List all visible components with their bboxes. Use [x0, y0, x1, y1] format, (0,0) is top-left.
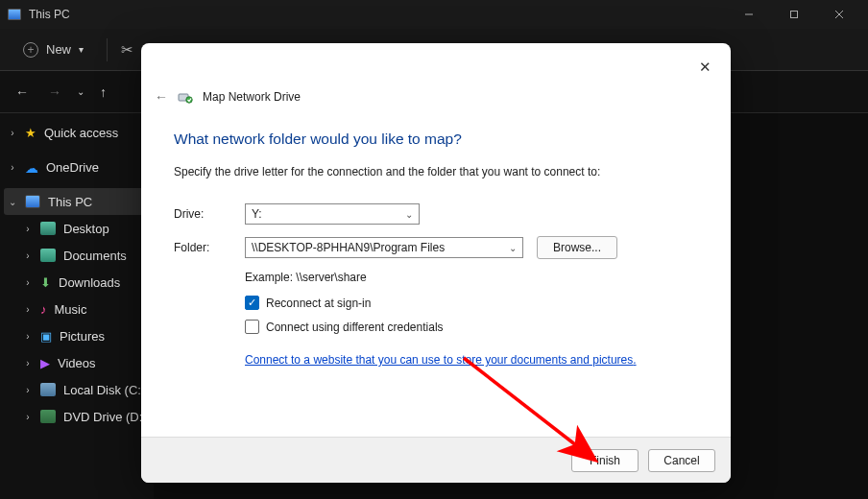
sidebar-item-this-pc[interactable]: ⌄ This PC — [4, 188, 150, 215]
music-icon: ♪ — [40, 302, 47, 316]
chevron-down-icon: ▾ — [79, 44, 84, 55]
chevron-right-icon[interactable]: › — [23, 304, 33, 315]
sidebar-item-pictures[interactable]: › ▣ Pictures — [0, 322, 154, 349]
finish-label: Finish — [590, 454, 620, 467]
chevron-right-icon[interactable]: › — [23, 277, 33, 288]
sidebar-item-music[interactable]: › ♪ Music — [0, 296, 154, 322]
window-title: This PC — [29, 8, 70, 21]
chevron-down-icon: ⌄ — [509, 243, 517, 253]
alt-credentials-checkbox-row[interactable]: Connect using different credentials — [245, 320, 698, 334]
sidebar-item-desktop[interactable]: › Desktop — [0, 215, 154, 242]
new-label: New — [46, 42, 71, 57]
drive-value: Y: — [252, 207, 262, 221]
chevron-right-icon[interactable]: › — [23, 412, 33, 422]
star-icon: ★ — [25, 126, 36, 139]
dialog-footer: Finish Cancel — [141, 437, 731, 483]
nav-recent-button[interactable]: ⌄ — [77, 86, 84, 97]
sidebar-item-local-disk[interactable]: › Local Disk (C:) — [0, 376, 154, 403]
dvd-icon — [40, 410, 56, 423]
folder-value: \\DESKTOP-8PHHAN9\Program Files — [252, 241, 445, 254]
cut-icon[interactable]: ✂ — [121, 41, 133, 59]
cancel-label: Cancel — [663, 454, 699, 467]
sidebar-item-downloads[interactable]: › ⬇ Downloads — [0, 269, 154, 296]
nav-back-button[interactable]: ← — [12, 81, 33, 104]
chevron-down-icon: ⌄ — [405, 209, 413, 220]
chevron-right-icon[interactable]: › — [23, 358, 33, 368]
disk-icon — [40, 383, 56, 396]
chevron-right-icon[interactable]: › — [23, 224, 33, 234]
this-pc-icon — [8, 9, 21, 20]
sidebar-item-label: DVD Drive (D:) — [63, 410, 147, 424]
finish-button[interactable]: Finish — [571, 449, 639, 472]
map-network-drive-dialog: ✕ ← Map Network Drive What network folde… — [141, 43, 731, 483]
wizard-back-button[interactable]: ← — [155, 89, 168, 105]
chevron-right-icon[interactable]: › — [8, 128, 17, 138]
downloads-icon: ⬇ — [40, 275, 51, 289]
sidebar-item-label: Desktop — [63, 222, 109, 236]
folder-label: Folder: — [174, 241, 245, 254]
sidebar-item-label: Downloads — [59, 275, 120, 290]
new-button[interactable]: + New ▾ — [13, 38, 93, 61]
videos-icon: ▶ — [40, 356, 50, 369]
drive-combobox[interactable]: Y: ⌄ — [245, 203, 420, 225]
cloud-icon: ☁ — [25, 160, 38, 174]
this-pc-icon — [25, 195, 40, 208]
sidebar-item-label: Documents — [63, 249, 127, 263]
sidebar-item-label: This PC — [48, 195, 92, 209]
chevron-right-icon[interactable]: › — [23, 331, 33, 342]
sidebar-item-dvd-drive[interactable]: › DVD Drive (D:) — [0, 403, 154, 430]
dialog-header: ✕ — [141, 43, 731, 85]
sidebar-item-label: Videos — [58, 356, 96, 370]
reconnect-checkbox-row[interactable]: Reconnect at sign-in — [245, 296, 698, 310]
pictures-icon: ▣ — [40, 329, 52, 343]
dialog-heading: What network folder would you like to ma… — [174, 131, 698, 148]
sidebar-item-label: Music — [55, 302, 87, 317]
drive-row: Drive: Y: ⌄ — [174, 203, 698, 225]
plus-icon: + — [23, 42, 38, 58]
sidebar-item-onedrive[interactable]: › ☁ OneDrive — [0, 154, 154, 180]
folder-combobox[interactable]: \\DESKTOP-8PHHAN9\Program Files ⌄ — [245, 237, 523, 258]
chevron-right-icon[interactable]: › — [23, 250, 33, 261]
dialog-body: What network folder would you like to ma… — [141, 113, 731, 437]
folder-row: Folder: \\DESKTOP-8PHHAN9\Program Files … — [174, 236, 698, 259]
chevron-down-icon[interactable]: ⌄ — [8, 197, 17, 207]
sidebar-item-label: Quick access — [44, 126, 118, 140]
browse-label: Browse... — [553, 241, 601, 254]
minimize-button[interactable] — [727, 0, 770, 29]
store-documents-link[interactable]: Connect to a website that you can use to… — [245, 353, 637, 367]
dialog-instruction: Specify the drive letter for the connect… — [174, 165, 698, 178]
svg-rect-1 — [790, 12, 797, 18]
drive-label: Drive: — [174, 207, 245, 221]
dialog-close-button[interactable]: ✕ — [693, 53, 717, 82]
sidebar-item-label: Local Disk (C:) — [63, 383, 145, 397]
alt-credentials-checkbox[interactable] — [245, 320, 259, 334]
sidebar-item-quick-access[interactable]: › ★ Quick access — [0, 119, 154, 146]
window-controls — [727, 0, 860, 29]
network-drive-icon — [178, 89, 193, 105]
sidebar-item-documents[interactable]: › Documents — [0, 242, 154, 269]
maximize-button[interactable] — [772, 0, 815, 29]
sidebar-item-label: OneDrive — [46, 160, 99, 175]
chevron-right-icon[interactable]: › — [8, 162, 17, 173]
sidebar-item-label: Pictures — [60, 329, 105, 344]
chevron-right-icon[interactable]: › — [23, 385, 33, 395]
desktop-icon — [40, 222, 56, 235]
sidebar-item-videos[interactable]: › ▶ Videos — [0, 349, 154, 376]
reconnect-label: Reconnect at sign-in — [266, 297, 371, 310]
documents-icon — [40, 249, 56, 262]
nav-up-button[interactable]: ↑ — [96, 81, 110, 104]
navigation-pane: › ★ Quick access › ☁ OneDrive ⌄ This PC … — [0, 113, 154, 499]
browse-button[interactable]: Browse... — [537, 236, 617, 259]
nav-forward-button[interactable]: → — [44, 81, 65, 104]
alt-credentials-label: Connect using different credentials — [266, 321, 444, 334]
cancel-button[interactable]: Cancel — [648, 449, 715, 472]
dialog-title-row: ← Map Network Drive — [141, 85, 731, 113]
close-button[interactable] — [817, 0, 860, 29]
divider — [107, 38, 108, 61]
example-text: Example: \\server\share — [245, 271, 698, 284]
reconnect-checkbox[interactable] — [245, 296, 259, 310]
dialog-title: Map Network Drive — [203, 90, 301, 104]
window-titlebar: This PC — [0, 0, 868, 29]
